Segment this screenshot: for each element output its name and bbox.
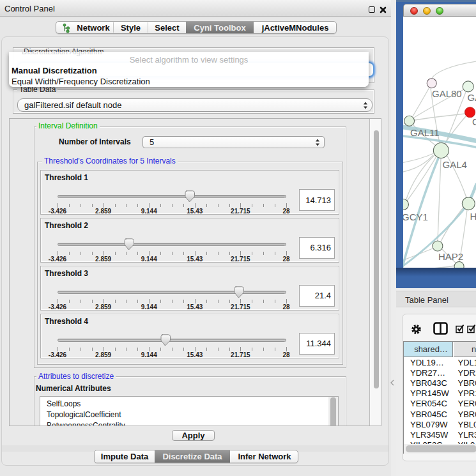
- svg-text:GAL4: GAL4: [443, 159, 467, 170]
- svg-text:C: C: [472, 116, 476, 127]
- svg-text:GAL80: GAL80: [432, 88, 462, 99]
- svg-text:GA: GA: [468, 92, 476, 103]
- svg-text:GCY1: GCY1: [403, 211, 428, 222]
- svg-text:H: H: [470, 211, 476, 222]
- svg-text:HAP2: HAP2: [438, 251, 463, 262]
- svg-text:GAL11: GAL11: [410, 127, 440, 138]
